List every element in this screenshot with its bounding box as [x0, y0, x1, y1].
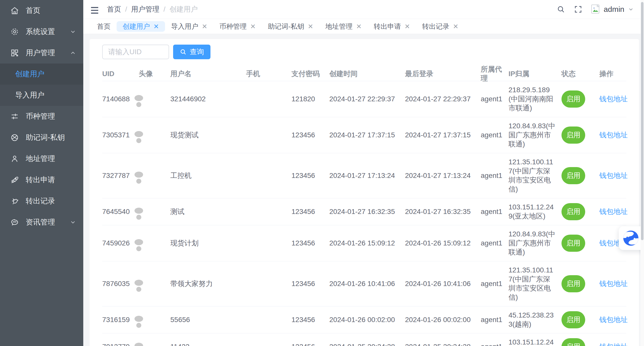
wallet-address-link[interactable]: 钱包地址 [599, 208, 628, 215]
vertical-scrollbar[interactable] [640, 0, 644, 346]
status-enabled-button[interactable]: 启用 [561, 90, 585, 108]
close-icon[interactable]: ✕ [250, 23, 256, 30]
created-value: 2024-01-25 20:24:28 [329, 342, 405, 346]
sidebar-item-currency-management[interactable]: 币种管理 [0, 106, 83, 127]
collapse-sidebar-icon[interactable] [90, 6, 99, 13]
table-row: 7140688 321446902 121820 2024-01-27 22:2… [102, 81, 626, 117]
sidebar-item-transfer-records[interactable]: 转出记录 [0, 191, 83, 212]
ip-value: 103.151.12.249(亚太地区) [508, 203, 561, 221]
wallet-address-link[interactable]: 钱包地址 [599, 172, 628, 179]
close-icon[interactable]: ✕ [356, 23, 362, 30]
pay-password-value: 123456 [291, 279, 329, 288]
uid-value: 7305371 [102, 131, 139, 140]
pay-password-value: 123456 [291, 171, 329, 180]
breadcrumb-section[interactable]: 用户管理 [131, 5, 159, 14]
tab-currency-management[interactable]: 币种管理 ✕ [213, 21, 262, 32]
sidebar-item-create-user[interactable]: 创建用户 [0, 64, 83, 85]
sidebar-item-news-management[interactable]: 资讯管理 [0, 212, 83, 233]
helper-logo-icon [623, 231, 638, 246]
status-enabled-button[interactable]: 启用 [561, 127, 585, 144]
tab-home[interactable]: 首页 [91, 21, 117, 32]
pay-password-value: 123456 [291, 239, 329, 248]
column-header-agent: 所属代理 [481, 65, 508, 83]
avatar [591, 4, 600, 15]
query-button[interactable]: 查询 [173, 45, 210, 59]
person-icon [10, 154, 19, 163]
column-header-last-login: 最后登录 [405, 69, 481, 78]
tab-label: 助记词-私钥 [268, 22, 304, 31]
status-enabled-button[interactable]: 启用 [561, 203, 585, 220]
user-menu[interactable]: admin [591, 4, 634, 15]
sidebar-item-home[interactable]: 首页 [0, 0, 83, 21]
close-icon[interactable]: ✕ [153, 23, 159, 30]
close-icon[interactable]: ✕ [202, 23, 207, 30]
created-value: 2024-01-26 10:41:06 [329, 279, 405, 288]
tab-mnemonic-private-key[interactable]: 助记词-私钥 ✕ [262, 21, 319, 32]
sidebar-item-label: 币种管理 [26, 111, 76, 121]
status-cell: 启用 [561, 167, 599, 184]
created-value: 2024-01-27 17:13:24 [329, 171, 405, 180]
close-icon[interactable]: ✕ [453, 23, 459, 30]
sidebar-item-user-management[interactable]: 用户管理 [0, 42, 83, 64]
wallet-address-link[interactable]: 钱包地址 [599, 343, 628, 346]
uid-search-input[interactable] [102, 45, 169, 59]
status-enabled-button[interactable]: 启用 [561, 311, 585, 328]
sidebar-item-label: 用户管理 [26, 48, 70, 58]
wallet-address-link[interactable]: 钱包地址 [599, 280, 628, 288]
username-label: admin [604, 5, 624, 14]
close-icon[interactable]: ✕ [405, 23, 410, 30]
tab-address-management[interactable]: 地址管理 ✕ [319, 21, 368, 32]
created-value: 2024-01-27 17:37:15 [329, 131, 405, 140]
status-cell: 启用 [561, 203, 599, 220]
username-value: 带领大家努力 [170, 279, 246, 288]
rocket-icon [10, 175, 19, 184]
fullscreen-icon[interactable] [574, 5, 582, 14]
tab-transfer-request[interactable]: 转出申请 ✕ [368, 21, 416, 32]
status-cell: 启用 [561, 311, 599, 328]
sidebar-item-transfer-request[interactable]: 转出申请 [0, 169, 83, 191]
status-cell: 启用 [561, 338, 599, 346]
tab-create-user[interactable]: 创建用户 ✕ [117, 21, 165, 32]
username-value: 现货计划 [170, 239, 246, 248]
sidebar-item-label: 创建用户 [15, 69, 44, 79]
sidebar-item-system-settings[interactable]: 系统设置 [0, 21, 83, 42]
column-header-created: 创建时间 [329, 69, 405, 78]
scrollbar-thumb[interactable] [641, 2, 643, 240]
table-row: 7459026 现货计划 123456 2024-01-26 15:09:12 … [102, 225, 626, 261]
sidebar-item-label: 系统设置 [26, 27, 70, 37]
tab-import-user[interactable]: 导入用户 ✕ [165, 21, 213, 32]
agent-value: agent1 [481, 239, 508, 248]
tab-label: 创建用户 [123, 22, 150, 31]
status-enabled-button[interactable]: 启用 [561, 338, 585, 346]
breadcrumb-home[interactable]: 首页 [107, 5, 121, 14]
close-icon[interactable]: ✕ [308, 23, 313, 30]
column-header-ip: IP归属 [508, 69, 561, 78]
agent-value: agent1 [481, 131, 508, 140]
agent-value: agent1 [481, 207, 508, 216]
last-login-value: 2024-01-26 00:02:00 [405, 315, 481, 324]
wallet-address-link[interactable]: 钱包地址 [599, 95, 628, 103]
search-icon[interactable] [557, 5, 565, 14]
bird-icon [10, 197, 19, 206]
chevron-up-icon [70, 50, 76, 56]
status-enabled-button[interactable]: 启用 [561, 235, 585, 252]
status-enabled-button[interactable]: 启用 [561, 275, 585, 292]
tab-label: 转出申请 [374, 22, 401, 31]
tab-transfer-records[interactable]: 转出记录 ✕ [416, 21, 465, 32]
ip-value: 218.29.5.189(中国河南南阳市联通) [508, 85, 561, 113]
last-login-value: 2024-01-27 22:29:37 [405, 95, 481, 104]
wallet-address-link[interactable]: 钱包地址 [599, 316, 628, 324]
sidebar-item-mnemonic-private-key[interactable]: 助记词-私钥 [0, 127, 83, 148]
floating-helper-widget[interactable] [619, 226, 644, 250]
sidebar-item-address-management[interactable]: 地址管理 [0, 148, 83, 169]
table-row: 7012779 11422 123456 2024-01-25 20:24:28… [102, 333, 626, 346]
status-cell: 启用 [561, 275, 599, 292]
table-row: 7876035 带领大家努力 123456 2024-01-26 10:41:0… [102, 261, 626, 306]
qr-icon [10, 48, 19, 57]
wallet-address-link[interactable]: 钱包地址 [599, 131, 628, 139]
uid-value: 7645540 [102, 207, 139, 216]
user-table-card: 查询 UID 头像 用户名 手机 支付密码 创建时间 最后登录 所属代理 IP归… [90, 39, 639, 346]
sidebar-item-import-user[interactable]: 导入用户 [0, 85, 83, 106]
status-enabled-button[interactable]: 启用 [561, 167, 585, 184]
sliders-icon [10, 112, 19, 121]
